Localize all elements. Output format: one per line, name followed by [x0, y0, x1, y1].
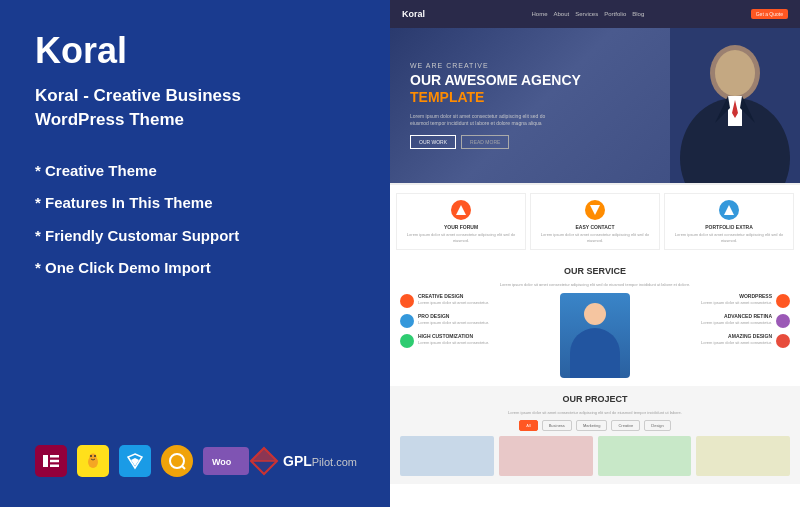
filter-design[interactable]: Design	[644, 420, 670, 431]
forum-icon	[451, 200, 471, 220]
hero-primary-button[interactable]: OUR WORK	[410, 135, 456, 149]
service-desc-wp: Lorem ipsum dolor sit amet consectetur.	[701, 300, 772, 306]
service-icon-pro	[400, 314, 414, 328]
preview-nav: Koral Home About Services Portfolio Blog…	[390, 0, 800, 28]
preview-features: YOUR FORUM Lorem ipsum dolor sit amet co…	[390, 183, 800, 258]
projects-grid	[400, 436, 790, 476]
portfolio-icon	[719, 200, 739, 220]
hero-text: WE ARE CREATIVE OUR AWESOME AGENCY TEMPL…	[410, 62, 581, 148]
svg-point-10	[170, 454, 184, 468]
services-left-col: CREATIVE DESIGN Lorem ipsum dolor sit am…	[400, 293, 547, 378]
hero-desc: Lorem ipsum dolor sit amet consectetur a…	[410, 113, 560, 127]
nav-link-services: Services	[575, 11, 598, 17]
person-silhouette	[670, 28, 800, 183]
nav-link-blog: Blog	[632, 11, 644, 17]
service-icon-amazing	[776, 334, 790, 348]
svg-text:Woo: Woo	[212, 457, 232, 467]
hero-person-image	[670, 28, 800, 183]
preview-services: OUR SERVICE Lorem ipsum dolor sit amet c…	[390, 258, 800, 386]
svg-rect-2	[50, 460, 59, 463]
service-item: WORDPRESS Lorem ipsum dolor sit amet con…	[643, 293, 790, 308]
filter-all[interactable]: All	[519, 420, 537, 431]
features-list: * Creative Theme * Features In This Them…	[35, 160, 355, 290]
preview-nav-links: Home About Services Portfolio Blog	[532, 11, 645, 17]
person-image	[560, 293, 630, 378]
svg-point-6	[90, 455, 92, 457]
project-card-3	[598, 436, 692, 476]
svg-line-11	[182, 466, 185, 469]
plugin-icons: Woo	[35, 445, 249, 477]
nav-link-portfolio: Portfolio	[604, 11, 626, 17]
service-icon-creative	[400, 294, 414, 308]
filter-creative[interactable]: Creative	[611, 420, 640, 431]
svg-rect-3	[50, 465, 59, 468]
feature-card-forum: YOUR FORUM Lorem ipsum dolor sit amet co…	[396, 193, 526, 250]
services-center-image	[555, 293, 635, 378]
service-item: HIGH CUSTOMIZATION Lorem ipsum dolor sit…	[400, 333, 547, 348]
services-right-col: WORDPRESS Lorem ipsum dolor sit amet con…	[643, 293, 790, 378]
theme-subtitle: Koral - Creative BusinessWordPress Theme	[35, 84, 355, 132]
project-card-4	[696, 436, 790, 476]
services-desc: Lorem ipsum dolor sit amet consectetur a…	[400, 282, 790, 287]
gpl-diamond-icon	[249, 446, 279, 476]
service-item: AMAZING DESIGN Lorem ipsum dolor sit ame…	[643, 333, 790, 348]
svg-point-5	[90, 454, 97, 461]
vuetify-icon	[119, 445, 151, 477]
woo-icon: Woo	[203, 447, 249, 475]
query-icon	[161, 445, 193, 477]
feature-text-contact: Lorem ipsum dolor sit amet consectetur a…	[535, 232, 655, 243]
feature-item: * Features In This Theme	[35, 192, 355, 215]
service-title-pro: PRO DESIGN	[418, 313, 489, 319]
service-desc-custom: Lorem ipsum dolor sit amet consectetur.	[418, 340, 489, 346]
project-card-2	[499, 436, 593, 476]
feature-title-contact: EASY CONTACT	[535, 224, 655, 230]
hero-title-line2: TEMPLATE	[410, 89, 581, 105]
service-title-custom: HIGH CUSTOMIZATION	[418, 333, 489, 339]
filter-business[interactable]: Business	[542, 420, 572, 431]
nav-link-home: Home	[532, 11, 548, 17]
nav-cta-button[interactable]: Get a Quote	[751, 9, 788, 19]
hero-secondary-button[interactable]: READ MORE	[461, 135, 509, 149]
theme-title: Koral	[35, 30, 355, 72]
hero-tagline: WE ARE CREATIVE	[410, 62, 581, 69]
feature-text-forum: Lorem ipsum dolor sit amet consectetur a…	[401, 232, 521, 243]
preview-hero: WE ARE CREATIVE OUR AWESOME AGENCY TEMPL…	[390, 28, 800, 183]
services-grid: CREATIVE DESIGN Lorem ipsum dolor sit am…	[400, 293, 790, 378]
svg-point-20	[715, 50, 755, 96]
feature-card-contact: EASY CONTACT Lorem ipsum dolor sit amet …	[530, 193, 660, 250]
gpl-logo: GPLPilot.com	[249, 446, 357, 476]
service-icon-custom	[400, 334, 414, 348]
mailchimp-icon	[77, 445, 109, 477]
feature-title-portfolio: PORTFOLIO EXTRA	[669, 224, 789, 230]
feature-card-portfolio: PORTFOLIO EXTRA Lorem ipsum dolor sit am…	[664, 193, 794, 250]
elementor-icon	[35, 445, 67, 477]
service-desc-retina: Lorem ipsum dolor sit amet consectetur.	[701, 320, 772, 326]
service-desc-creative: Lorem ipsum dolor sit amet consectetur.	[418, 300, 489, 306]
service-title-retina: ADVANCED RETINA	[701, 313, 772, 319]
left-panel: Koral Koral - Creative BusinessWordPress…	[0, 0, 390, 507]
service-desc-pro: Lorem ipsum dolor sit amet consectetur.	[418, 320, 489, 326]
website-preview: Koral Home About Services Portfolio Blog…	[390, 0, 800, 507]
contact-icon	[585, 200, 605, 220]
feature-item: * Friendly Customar Support	[35, 225, 355, 248]
preview-logo: Koral	[402, 9, 425, 19]
feature-text-portfolio: Lorem ipsum dolor sit amet consectetur a…	[669, 232, 789, 243]
filter-marketing[interactable]: Marketing	[576, 420, 608, 431]
nav-link-about: About	[554, 11, 570, 17]
projects-title: OUR PROJECT	[400, 394, 790, 404]
service-title-amazing: AMAZING DESIGN	[701, 333, 772, 339]
services-title: OUR SERVICE	[400, 266, 790, 276]
gpl-text: GPLPilot.com	[283, 452, 357, 470]
svg-rect-1	[50, 455, 59, 458]
service-desc-amazing: Lorem ipsum dolor sit amet consectetur.	[701, 340, 772, 346]
svg-marker-17	[251, 448, 277, 461]
service-item: ADVANCED RETINA Lorem ipsum dolor sit am…	[643, 313, 790, 328]
preview-projects: OUR PROJECT Lorem ipsum dolor sit amet c…	[390, 386, 800, 484]
bottom-row: Woo GPLPilot.com	[35, 445, 355, 477]
project-card-1	[400, 436, 494, 476]
projects-desc: Lorem ipsum dolor sit amet consectetur a…	[400, 410, 790, 416]
feature-item: * One Click Demo Import	[35, 257, 355, 280]
hero-buttons: OUR WORK READ MORE	[410, 135, 581, 149]
right-panel: Koral Home About Services Portfolio Blog…	[390, 0, 800, 507]
feature-title-forum: YOUR FORUM	[401, 224, 521, 230]
